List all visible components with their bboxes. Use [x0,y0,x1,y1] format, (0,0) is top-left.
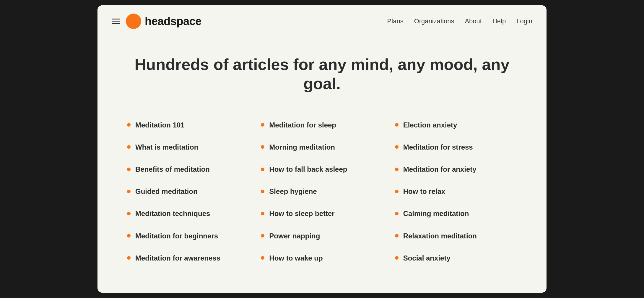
nav-item-help[interactable]: Help [492,17,506,25]
logo-text: headspace [145,15,201,28]
article-link-how-to-sleep-better[interactable]: How to sleep better [269,209,334,218]
bullet-icon [395,256,399,260]
list-item[interactable]: Meditation 101 [121,114,255,136]
page-container: headspace Plans Organizations About Help… [97,5,547,293]
list-item[interactable]: How to sleep better [255,202,389,225]
hero-title: Hundreds of articles for any mind, any m… [121,55,523,93]
articles-column-2: Meditation for sleep Morning meditation … [255,114,389,269]
article-link-benefits-of-meditation[interactable]: Benefits of meditation [135,165,210,174]
list-item[interactable]: Morning meditation [255,136,389,158]
bullet-icon [127,234,131,238]
article-link-what-is-meditation[interactable]: What is meditation [135,143,198,152]
article-link-meditation-for-beginners[interactable]: Meditation for beginners [135,231,218,240]
list-item[interactable]: Guided meditation [121,180,255,202]
bullet-icon [395,145,399,149]
article-link-social-anxiety[interactable]: Social anxiety [403,253,451,263]
list-item[interactable]: Calming meditation [389,202,523,225]
nav-item-plans[interactable]: Plans [387,17,404,25]
article-link-morning-meditation[interactable]: Morning meditation [269,143,335,152]
nav-item-login[interactable]: Login [516,17,532,25]
bullet-icon [395,168,399,171]
list-item[interactable]: Meditation for beginners [121,225,255,247]
bullet-icon [127,123,131,127]
bullet-icon [127,145,131,149]
list-item[interactable]: How to fall back asleep [255,158,389,180]
bullet-icon [395,123,399,127]
bullet-icon [261,123,264,127]
list-item[interactable]: How to relax [389,180,523,202]
list-item[interactable]: Benefits of meditation [121,158,255,180]
bullet-icon [261,234,264,238]
list-item[interactable]: Meditation for stress [389,136,523,158]
bullet-icon [127,190,131,193]
list-item[interactable]: What is meditation [121,136,255,158]
bullet-icon [261,145,264,149]
list-item[interactable]: Sleep hygiene [255,180,389,202]
bullet-icon [395,190,399,193]
article-link-meditation-for-stress[interactable]: Meditation for stress [403,143,473,152]
main-nav: Plans Organizations About Help Login [387,17,532,25]
bullet-icon [261,256,264,260]
bullet-icon [127,168,131,171]
article-link-relaxation-meditation[interactable]: Relaxation meditation [403,231,477,240]
bullet-icon [395,212,399,215]
article-link-meditation-for-sleep[interactable]: Meditation for sleep [269,120,336,130]
articles-column-3: Election anxiety Meditation for stress M… [389,114,523,269]
list-item[interactable]: Meditation for sleep [255,114,389,136]
bullet-icon [395,234,399,238]
bullet-icon [127,212,131,215]
article-link-meditation-techniques[interactable]: Meditation techniques [135,209,210,218]
main-content: Hundreds of articles for any mind, any m… [97,37,547,293]
list-item[interactable]: Relaxation meditation [389,225,523,247]
article-link-meditation-for-anxiety[interactable]: Meditation for anxiety [403,165,477,174]
list-item[interactable]: Social anxiety [389,247,523,269]
logo-link[interactable]: headspace [126,14,201,29]
list-item[interactable]: Meditation for awareness [121,247,255,269]
article-link-election-anxiety[interactable]: Election anxiety [403,120,457,130]
article-link-calming-meditation[interactable]: Calming meditation [403,209,469,218]
hamburger-menu-button[interactable] [112,19,120,24]
list-item[interactable]: Power napping [255,225,389,247]
list-item[interactable]: Election anxiety [389,114,523,136]
list-item[interactable]: Meditation techniques [121,202,255,225]
list-item[interactable]: How to wake up [255,247,389,269]
article-link-meditation-101[interactable]: Meditation 101 [135,120,185,130]
bullet-icon [261,190,264,193]
nav-item-organizations[interactable]: Organizations [414,17,454,25]
bullet-icon [127,256,131,260]
bullet-icon [261,168,264,171]
article-link-how-to-relax[interactable]: How to relax [403,187,445,196]
articles-grid: Meditation 101 What is meditation Benefi… [121,114,523,269]
article-link-sleep-hygiene[interactable]: Sleep hygiene [269,187,317,196]
logo-circle-icon [126,14,141,29]
article-link-meditation-for-awareness[interactable]: Meditation for awareness [135,253,220,263]
nav-item-about[interactable]: About [465,17,482,25]
header: headspace Plans Organizations About Help… [97,5,547,37]
article-link-power-napping[interactable]: Power napping [269,231,320,240]
article-link-guided-meditation[interactable]: Guided meditation [135,187,198,196]
article-link-how-to-fall-back-asleep[interactable]: How to fall back asleep [269,165,347,174]
article-link-how-to-wake-up[interactable]: How to wake up [269,253,323,263]
articles-column-1: Meditation 101 What is meditation Benefi… [121,114,255,269]
list-item[interactable]: Meditation for anxiety [389,158,523,180]
header-left: headspace [112,14,201,29]
bullet-icon [261,212,264,215]
